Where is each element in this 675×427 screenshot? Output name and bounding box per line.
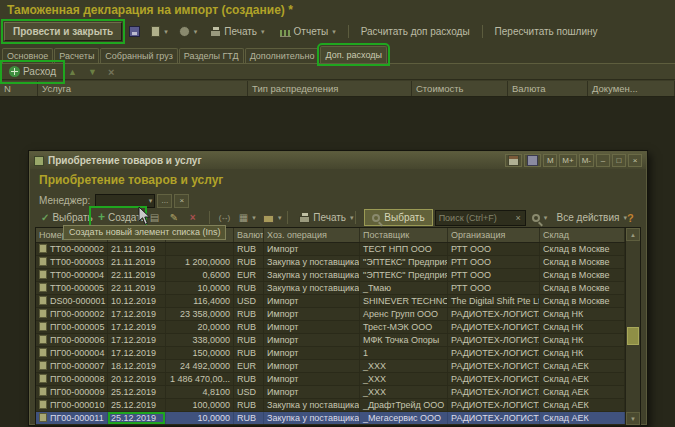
calc-additional-expenses-button[interactable]: Расчитать доп расходы bbox=[355, 23, 476, 41]
table-row[interactable]: ПГ00-00000617.12.2019338,0000RUBИмпортМФ… bbox=[36, 334, 625, 347]
cell-warehouse[interactable]: Склад АЕК bbox=[540, 360, 625, 372]
cell-warehouse[interactable]: Склад НК bbox=[540, 321, 625, 333]
memory-button-m-minus[interactable]: М- bbox=[579, 154, 594, 167]
save-button[interactable] bbox=[125, 23, 144, 41]
cell-amount[interactable]: 0,6000 bbox=[166, 269, 234, 281]
cell-supplier[interactable]: _ХХХ bbox=[360, 373, 448, 385]
reports-button[interactable]: Отчеты▾ bbox=[274, 23, 342, 41]
cell-currency[interactable]: USD bbox=[234, 295, 264, 307]
vertical-scrollbar[interactable]: ▲ ▼ bbox=[625, 228, 640, 425]
cell-supplier[interactable]: 1 bbox=[360, 347, 448, 359]
close-button[interactable]: × bbox=[628, 154, 642, 167]
cell-number[interactable]: ПГ00-000002 bbox=[36, 308, 108, 320]
cell-operation[interactable]: Импорт bbox=[264, 386, 360, 398]
cell-organization[interactable]: РАДИОТЕХ-ЛОГИСТ... bbox=[448, 360, 540, 372]
memory-button-m-plus[interactable]: М+ bbox=[559, 154, 576, 167]
cell-date[interactable]: 17.12.2019 bbox=[108, 334, 166, 346]
cell-currency[interactable]: EUR bbox=[234, 269, 264, 281]
cell-date[interactable]: 17.12.2019 bbox=[108, 321, 166, 333]
list-settings-button[interactable]: ▦▾ bbox=[235, 209, 257, 227]
cell-warehouse[interactable]: Склад НК bbox=[540, 347, 625, 359]
cell-operation[interactable]: Закупка у поставщика bbox=[264, 399, 360, 411]
cell-organization[interactable]: РТТ ООО bbox=[448, 282, 540, 294]
cell-organization[interactable]: РАДИОТЕХ-ЛОГИСТ... bbox=[448, 373, 540, 385]
cell-supplier[interactable]: _ХХХ bbox=[360, 386, 448, 398]
cell-operation[interactable]: Импорт bbox=[264, 295, 360, 307]
table-row[interactable]: ПГ00-00000417.12.2019150,0000RUBИмпорт1Р… bbox=[36, 347, 625, 360]
cell-currency[interactable]: RUB bbox=[234, 282, 264, 294]
cell-currency[interactable]: USD bbox=[234, 386, 264, 398]
cell-currency[interactable]: RUB bbox=[234, 373, 264, 385]
cell-operation[interactable]: Импорт bbox=[264, 334, 360, 346]
clear-search-button[interactable]: × bbox=[512, 211, 525, 224]
cell-amount[interactable]: 24 492,0000 bbox=[166, 360, 234, 372]
table-row[interactable]: ПГ00-00000517.12.201920,0000RUBИмпортТре… bbox=[36, 321, 625, 334]
cell-warehouse[interactable]: Склад в Москве bbox=[540, 243, 625, 255]
cell-date[interactable]: 17.12.2019 bbox=[108, 308, 166, 320]
cell-number[interactable]: ТТ00-000005 bbox=[36, 282, 108, 294]
cell-organization[interactable]: РАДИОТЕХ-ЛОГИСТ... bbox=[448, 386, 540, 398]
cell-operation[interactable]: Закупка у поставщика bbox=[264, 282, 360, 294]
column-header-service[interactable]: Услуга bbox=[38, 81, 248, 96]
calendar-button[interactable] bbox=[505, 154, 522, 167]
cell-operation[interactable]: Закупка у поставщика bbox=[264, 412, 360, 424]
cell-operation[interactable]: Импорт bbox=[264, 243, 360, 255]
all-actions-button[interactable]: Все действия▾ bbox=[551, 209, 621, 227]
cell-operation[interactable]: Закупка у поставщика bbox=[264, 256, 360, 268]
cell-amount[interactable]: 10,0000 bbox=[166, 412, 234, 424]
cell-currency[interactable]: RUB bbox=[234, 243, 264, 255]
cell-supplier[interactable]: "ЭПТЕКС" Предприят... bbox=[360, 256, 448, 268]
column-header-warehouse[interactable]: Склад bbox=[540, 228, 625, 242]
tab-razdely-gtd[interactable]: Разделы ГТД bbox=[179, 48, 244, 63]
cell-number[interactable]: ПГ00-000004 bbox=[36, 347, 108, 359]
cell-organization[interactable]: РАДИОТЕХ-ЛОГИСТ... bbox=[448, 347, 540, 359]
cell-operation[interactable]: Импорт bbox=[264, 347, 360, 359]
cell-date[interactable]: 22.11.2019 bbox=[108, 282, 166, 294]
cell-date[interactable]: 21.11.2019 bbox=[108, 256, 166, 268]
maximize-button[interactable]: □ bbox=[612, 154, 626, 167]
help-button[interactable]: ? bbox=[623, 209, 641, 227]
cell-number[interactable]: ТТ00-000002 bbox=[36, 243, 108, 255]
cell-operation[interactable]: Закупка у поставщика bbox=[264, 269, 360, 281]
cell-warehouse[interactable]: Склад АЕК bbox=[540, 412, 625, 424]
column-header-distribution-type[interactable]: Тип распределения bbox=[248, 81, 412, 96]
cell-amount[interactable]: 100,0000 bbox=[166, 399, 234, 411]
cell-supplier[interactable]: _Мегасервис ООО bbox=[360, 412, 448, 424]
tab-osnovnoe[interactable]: Основное bbox=[2, 48, 53, 63]
cell-warehouse[interactable]: Склад АЕК bbox=[540, 373, 625, 385]
table-row[interactable]: ТТ00-00000522.11.201910,0000RUBЗакупка у… bbox=[36, 282, 625, 295]
cell-warehouse[interactable]: Склад в Москве bbox=[540, 282, 625, 294]
cell-amount[interactable]: 1 200,0000 bbox=[166, 256, 234, 268]
cell-supplier[interactable]: SHINEVER TECHNOL... bbox=[360, 295, 448, 307]
cell-number[interactable]: ПГ00-000011 bbox=[36, 412, 108, 424]
manager-clear-button[interactable]: × bbox=[174, 194, 189, 208]
minimize-button[interactable]: – bbox=[596, 154, 610, 167]
cell-date[interactable]: 22.11.2019 bbox=[108, 269, 166, 281]
cell-amount[interactable]: 10,0000 bbox=[166, 282, 234, 294]
cell-date[interactable]: 25.12.2019 bbox=[108, 412, 166, 424]
cell-number[interactable]: ПГ00-000007 bbox=[36, 360, 108, 372]
cell-organization[interactable]: РТТ ООО bbox=[448, 269, 540, 281]
cell-operation[interactable]: Импорт bbox=[264, 373, 360, 385]
cell-currency[interactable]: RUB bbox=[234, 321, 264, 333]
tab-dopolnitelno[interactable]: Дополнительно bbox=[245, 48, 320, 63]
cell-supplier[interactable]: "ЭПТЕКС" Предприят... bbox=[360, 269, 448, 281]
add-expense-button[interactable]: Расход bbox=[3, 63, 62, 81]
delete-expense-button[interactable]: × bbox=[104, 63, 122, 81]
cell-warehouse[interactable]: Склад АЕК bbox=[540, 386, 625, 398]
set-interval-button[interactable]: (↔) bbox=[215, 209, 233, 227]
column-header-n[interactable]: N bbox=[0, 81, 38, 96]
edit-button[interactable]: ✎ bbox=[166, 209, 184, 227]
table-row[interactable]: ПГ00-00000718.12.201924 492,0000EURИмпор… bbox=[36, 360, 625, 373]
cell-currency[interactable]: RUB bbox=[234, 347, 264, 359]
commands-button[interactable]: ▾ bbox=[175, 23, 202, 41]
cell-organization[interactable]: РАДИОТЕХ-ЛОГИСТ... bbox=[448, 321, 540, 333]
modal-print-button[interactable]: Печать▾ bbox=[293, 209, 350, 227]
cell-number[interactable]: ПГ00-000006 bbox=[36, 334, 108, 346]
recalculate-duty-button[interactable]: Пересчитать пошлину bbox=[489, 23, 604, 41]
scrollbar-thumb[interactable] bbox=[627, 327, 639, 345]
column-header-supplier[interactable]: Поставщик bbox=[360, 228, 448, 242]
cell-organization[interactable]: РТТ ООО bbox=[448, 256, 540, 268]
search-options-button[interactable]: ▾ bbox=[528, 209, 549, 227]
table-row[interactable]: ПГ00-00000217.12.201923 358,0000RUBИмпор… bbox=[36, 308, 625, 321]
